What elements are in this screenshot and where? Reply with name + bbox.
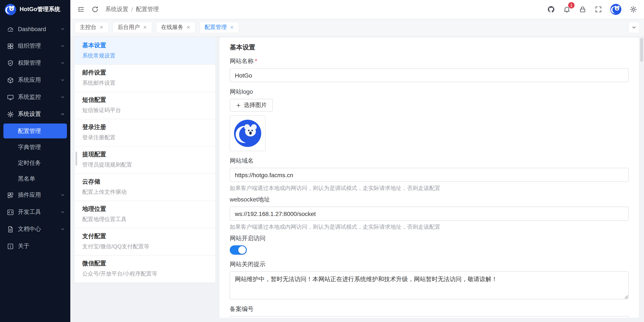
settings-item-wechat[interactable]: 微信配置 公众号/开放平台/小程序配置等 [74,256,215,283]
tab-dashboard[interactable]: 主控台 [74,21,109,33]
code-icon [7,209,14,216]
sidebar-subitem-cron[interactable]: 定时任务 [0,155,70,171]
sidebar-item-dashboard[interactable]: Dashboard [0,20,70,37]
chevron-down-icon [60,26,65,31]
sidebar-item-label: 文档中心 [18,225,60,233]
tab-label: 配置管理 [204,23,227,31]
icp-label: 备案编号 [230,306,629,313]
tab-admin-users[interactable]: 后台用户 [112,21,152,33]
breadcrumb-current: 配置管理 [136,5,159,13]
fullscreen-icon[interactable] [594,5,602,13]
close-icon[interactable] [143,25,147,29]
sidebar-item-plugins[interactable]: 插件应用 [0,187,70,204]
sidebar-item-label: 插件应用 [18,191,60,199]
settings-item-email[interactable]: 邮件设置 系统邮件设置 [74,65,215,92]
site-logo-label: 网站logo [230,88,629,96]
settings-item-login[interactable]: 登录注册 登录注册配置 [74,119,215,147]
tab-bar: 主控台 后台用户 在线服务 配置管理 [70,19,644,36]
settings-item-geo[interactable]: 地理位置 配置地理位置工具 [74,201,215,228]
settings-item-payment[interactable]: 支付配置 支付宝/微信/QQ支付配置等 [74,228,215,256]
websocket-help: 如果客户端通过本地或内网访问，则认为是调试模式，走实际请求地址，否则走该配置 [230,223,629,231]
sidebar-item-devtools[interactable]: 开发工具 [0,204,70,221]
close-icon[interactable] [186,25,190,29]
pick-image-button[interactable]: 选择图片 [230,99,273,112]
scrollbar-thumb[interactable] [76,152,77,166]
chevron-up-icon [60,112,65,117]
site-domain-help: 如果客户端通过本地或内网访问，则认为是调试模式，走实际请求地址，否则走该配置 [230,184,629,192]
chevron-down-icon [60,43,65,48]
form-title: 基本设置 [230,43,629,51]
scrollbar-thumb[interactable] [640,38,643,62]
tab-label: 在线服务 [161,23,183,31]
chevron-down-icon [631,24,637,30]
basic-settings-form-card: 基本设置 网站名称 * 网站logo 选择图片 网站域名 [220,37,639,318]
sidebar-item-permissions[interactable]: 权限管理 [0,54,70,71]
sidebar-subitem-label: 定时任务 [18,159,41,167]
chevron-down-icon [60,210,65,215]
breadcrumb-parent[interactable]: 系统设置 [105,5,128,13]
sidebar-subitem-label: 配置管理 [18,127,41,135]
sidebar-item-about[interactable]: 关于 [0,238,70,255]
sidebar-item-label: 组织管理 [18,42,60,50]
dashboard-icon [7,25,14,32]
tab-label: 后台用户 [118,23,140,31]
chevron-down-icon [60,227,65,232]
settings-item-cloud-storage[interactable]: 云存储 配置上传文件驱动 [74,174,215,201]
hotgo-admin-app: HotGo管理系统 Dashboard 组织管理 权限管理 系统应用 [0,0,644,322]
document-icon [7,226,14,233]
lock-icon[interactable] [579,5,586,13]
plugin-icon [7,191,14,199]
settings-item-sms[interactable]: 短信配置 短信验证码平台 [74,92,215,119]
app-logo-row[interactable]: HotGo管理系统 [0,0,70,19]
chevron-down-icon [60,95,65,100]
sidebar-item-label: 权限管理 [18,59,60,67]
sidebar-subitem-blacklist[interactable]: 黑名单 [0,171,70,187]
sidebar-item-organization[interactable]: 组织管理 [0,37,70,54]
notifications[interactable]: 1 [563,5,571,13]
sidebar-subitem-dictionary[interactable]: 字典管理 [0,139,70,155]
icp-input[interactable] [230,316,629,318]
sidebar-item-label: 系统设置 [18,110,60,118]
settings-item-withdraw[interactable]: 提现配置 管理员提现规则配置 [74,147,215,174]
site-domain-input[interactable] [230,168,629,182]
chevron-down-icon [60,60,65,66]
github-icon[interactable] [547,5,555,13]
site-name-input[interactable] [230,68,629,82]
settings-gear-icon[interactable] [630,5,637,13]
tab-config-management[interactable]: 配置管理 [200,21,239,33]
websocket-input[interactable] [230,207,629,221]
gear-icon [7,110,14,118]
sidebar-item-system-apps[interactable]: 系统应用 [0,71,70,89]
breadcrumb: 系统设置 / 配置管理 [105,5,159,13]
sidebar-item-docs[interactable]: 文档中心 [0,221,70,238]
site-open-label: 网站开启访问 [230,235,629,242]
plus-icon [236,102,241,108]
site-logo-image [234,120,261,147]
tab-options-dropdown[interactable] [628,21,640,33]
tab-online-service[interactable]: 在线服务 [156,21,196,33]
user-avatar[interactable] [610,4,622,15]
sidebar-item-monitoring[interactable]: 系统监控 [0,89,70,106]
settings-category-card: 基本设置 系统常规设置 邮件设置 系统邮件设置 短信配置 短信验证码平台 登录注… [74,37,215,283]
sidebar-subitem-config[interactable]: 配置管理 [4,123,67,138]
settings-item-basic[interactable]: 基本设置 系统常规设置 [74,37,215,65]
top-header: 系统设置 / 配置管理 1 [70,0,644,19]
websocket-label: websocket地址 [230,196,629,204]
chevron-down-icon [60,77,65,83]
header-actions: 1 [547,4,637,15]
sidebar-item-system-settings[interactable]: 系统设置 [0,106,70,123]
sidebar-item-label: Dashboard [18,26,60,32]
close-icon[interactable] [230,25,234,29]
info-icon [7,243,14,250]
close-tip-textarea[interactable]: 网站维护中，暂时无法访问！本网站正在进行系统维护和技术升级，网站暂时无法访问，敬… [230,271,629,300]
app-logo-icon [5,3,16,15]
refresh-icon[interactable] [91,5,99,13]
sidebar-item-label: 系统应用 [18,76,60,84]
chevron-down-icon [60,193,65,198]
sidebar-collapse-icon[interactable] [77,5,85,13]
site-logo-preview[interactable] [230,115,266,151]
close-icon[interactable] [99,25,104,29]
sidebar-item-label: 系统监控 [18,93,60,101]
required-asterisk: * [255,57,257,64]
site-open-toggle[interactable] [230,245,247,255]
